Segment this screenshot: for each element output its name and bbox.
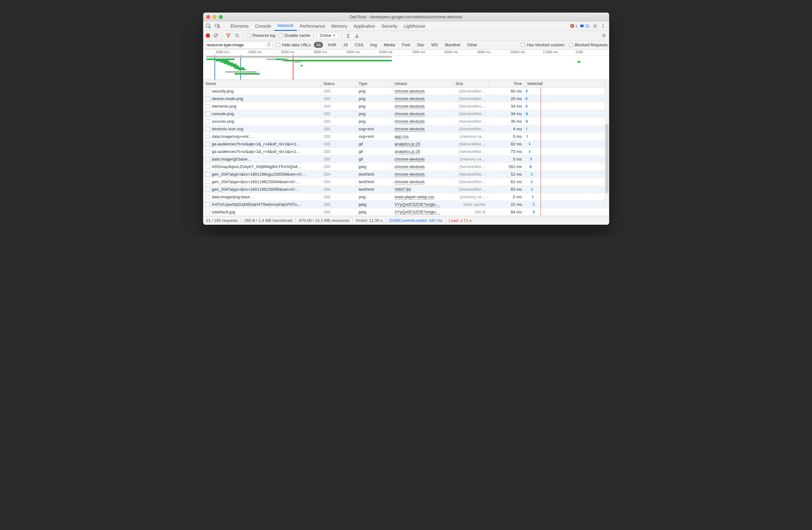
download-har-icon[interactable]	[354, 33, 360, 38]
throttling-select[interactable]: Online ▼	[317, 32, 338, 39]
table-row[interactable]: gen_204?atyp=i&zx=1601196230044&sei=xV…2…	[203, 178, 609, 186]
record-button[interactable]	[206, 33, 210, 38]
disable-cache-checkbox[interactable]: Disable cache	[278, 33, 310, 38]
tab-memory[interactable]: Memory	[328, 22, 351, 31]
file-icon	[206, 127, 210, 131]
cell-initiator[interactable]: chrome-devtools	[395, 157, 425, 162]
cell-type: gif	[356, 148, 392, 155]
cell-waterfall	[525, 102, 609, 110]
network-settings-icon[interactable]	[601, 33, 607, 38]
cell-initiator[interactable]: chrome-devtools	[395, 126, 425, 131]
search-icon[interactable]	[234, 33, 240, 38]
table-row[interactable]: sddefault.jpg200jpegVYyQv0CSZOE?origin…2…	[203, 208, 609, 216]
table-row[interactable]: AATXAJywSIpD1jf4EbqHXTfbe0mnyHqGFNTu…200…	[203, 201, 609, 208]
clear-filter-icon[interactable]	[267, 42, 271, 47]
col-type[interactable]: Type	[356, 80, 392, 87]
type-css[interactable]: CSS	[352, 42, 365, 48]
cell-initiator[interactable]: VYyQv0CSZOE?origin…	[395, 202, 440, 207]
col-name[interactable]: Name	[203, 80, 321, 87]
timeline-bar	[206, 56, 392, 58]
cell-initiator[interactable]: chrome-devtools	[395, 89, 425, 94]
settings-icon[interactable]	[592, 23, 598, 29]
cell-initiator[interactable]: VM47:84	[395, 187, 411, 192]
table-row[interactable]: ga-audiences?t=sr&aip=1&_r=4&slf_rd=1&v=…	[203, 140, 609, 148]
table-row[interactable]: device-mode.png200pngchrome-devtools(Ser…	[203, 95, 609, 102]
table-row[interactable]: sources.png200pngchrome-devtools(Service…	[203, 118, 609, 125]
type-other[interactable]: Other	[465, 42, 480, 48]
minimize-button[interactable]	[213, 15, 216, 19]
type-font[interactable]: Font	[400, 42, 412, 48]
cell-initiator[interactable]: analytics.js:25	[395, 142, 420, 147]
cell-size: (ServiceWor…	[453, 171, 489, 178]
table-row[interactable]: gen_204?atyp=i&zx=1601196ngu230039&sei=x…	[203, 171, 609, 178]
blocked-requests-checkbox[interactable]: Blocked Requests	[569, 42, 608, 47]
type-ws[interactable]: WS	[429, 42, 440, 48]
cell-size: (ServiceWor…	[453, 95, 489, 102]
cell-waterfall	[525, 155, 609, 163]
filter-text[interactable]	[207, 42, 267, 47]
clear-icon[interactable]	[213, 33, 219, 38]
preserve-log-checkbox[interactable]: Preserve log	[247, 33, 275, 38]
message-count[interactable]: 20	[580, 24, 589, 28]
inspect-element-icon[interactable]	[205, 23, 212, 30]
close-button[interactable]	[206, 15, 210, 19]
tab-console[interactable]: Console	[252, 22, 274, 31]
timeline-overview[interactable]: 1000 ms2000 ms3000 ms4000 ms5000 ms6000 …	[203, 50, 609, 80]
table-row[interactable]: devtools-icon.svg200svg+xmlchrome-devtoo…	[203, 125, 609, 133]
type-doc[interactable]: Doc	[415, 42, 426, 48]
upload-har-icon[interactable]	[345, 33, 351, 38]
type-media[interactable]: Media	[382, 42, 397, 48]
col-initiator[interactable]: Initiator	[392, 80, 453, 87]
cell-initiator[interactable]: chrome-devtools	[395, 119, 425, 124]
tab-security[interactable]: Security	[378, 22, 401, 31]
table-row[interactable]: gen_204?atyp=i&zx=1601196230095&sei=xV…2…	[203, 186, 609, 193]
table-row[interactable]: security.png200pngchrome-devtools(Servic…	[203, 87, 609, 95]
table-row[interactable]: console.png200pngchrome-devtools(Service…	[203, 110, 609, 118]
filter-icon[interactable]	[226, 33, 231, 38]
cell-initiator[interactable]: chrome-devtools	[395, 172, 425, 177]
cell-waterfall	[525, 87, 609, 95]
table-row[interactable]: data:image/png;base…200pngwww-player-web…	[203, 193, 609, 201]
type-img[interactable]: Img	[368, 42, 379, 48]
tab-lighthouse[interactable]: Lighthouse	[400, 22, 428, 31]
cell-initiator[interactable]: chrome-devtools	[395, 104, 425, 109]
cell-initiator[interactable]: chrome-devtools	[395, 96, 425, 101]
cell-initiator[interactable]: app.css	[395, 134, 409, 139]
cell-initiator[interactable]: analytics.js:25	[395, 149, 420, 154]
cell-status: 200	[321, 163, 356, 170]
col-waterfall[interactable]: Waterfall	[525, 80, 609, 87]
filter-input[interactable]	[204, 42, 273, 48]
maximize-button[interactable]	[219, 15, 223, 19]
cell-initiator[interactable]: chrome-devtools	[395, 179, 425, 184]
cell-initiator[interactable]: chrome-devtools	[395, 111, 425, 116]
cell-type: gif	[356, 140, 392, 148]
table-row[interactable]: elements.png200pngchrome-devtools(Servic…	[203, 102, 609, 110]
table-row[interactable]: data:image/svg+xml;…200svg+xmlapp.css(me…	[203, 133, 609, 140]
type-all[interactable]: All	[314, 42, 323, 48]
has-blocked-cookies-checkbox[interactable]: Has blocked cookies	[521, 42, 564, 47]
tab-application[interactable]: Application	[350, 22, 378, 31]
cell-name: devtools-icon.svg	[212, 126, 243, 131]
scrollbar[interactable]	[605, 80, 609, 207]
tab-performance[interactable]: Performance	[297, 22, 328, 31]
more-menu-icon[interactable]	[600, 23, 606, 29]
cell-initiator[interactable]: www-player-webp.css	[395, 195, 434, 199]
col-time[interactable]: Time	[489, 80, 525, 87]
error-count[interactable]: 1	[570, 24, 577, 28]
hide-data-urls-checkbox[interactable]: Hide data URLs	[276, 42, 311, 47]
col-size[interactable]: Size	[453, 80, 489, 87]
device-mode-icon[interactable]	[214, 23, 221, 30]
cell-type: png	[356, 118, 392, 125]
table-row[interactable]: data:image/gif;base…200gifchrome-devtool…	[203, 155, 609, 163]
type-js[interactable]: JS	[341, 42, 350, 48]
cell-initiator[interactable]: VYyQv0CSZOE?origin…	[395, 210, 440, 215]
type-xhr[interactable]: XHR	[325, 42, 338, 48]
cell-initiator[interactable]: chrome-devtools	[395, 164, 425, 169]
cell-time: 61 ms	[489, 178, 525, 185]
tab-network[interactable]: Network	[274, 22, 296, 31]
tab-elements[interactable]: Elements	[227, 22, 252, 31]
table-row[interactable]: ga-audiences?t=sr&aip=1&_r=4&slf_rd=1&v=…	[203, 148, 609, 155]
table-row[interactable]: ADGmqu8qexLZuhphT_0Aj88Ng8riLFKASQlslt…2…	[203, 163, 609, 171]
type-manifest[interactable]: Manifest	[443, 42, 462, 48]
col-status[interactable]: Status	[321, 80, 356, 87]
